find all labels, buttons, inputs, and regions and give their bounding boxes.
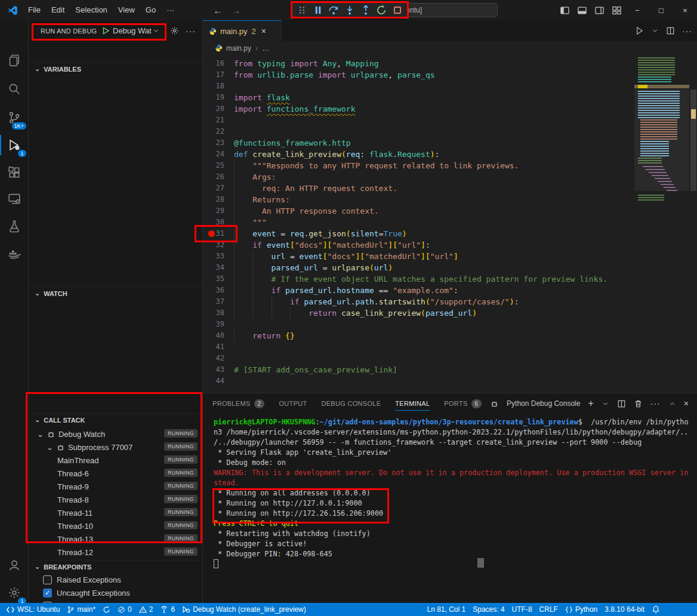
- panel-tab-ports[interactable]: PORTS6: [444, 393, 482, 414]
- debug-stop-icon[interactable]: [392, 5, 403, 16]
- terminal-output[interactable]: pierrick@LAPTOP-HKU5PNNG:~/git/add-ons-s…: [214, 417, 691, 559]
- status-crlf[interactable]: CRLF: [536, 603, 562, 616]
- code-line-38[interactable]: 38 return case_link_preview(parsed_url): [203, 307, 630, 319]
- callstack-row-debug-watch[interactable]: ⌄Debug WatchRUNNING: [29, 427, 202, 441]
- debug-step-over-icon[interactable]: [328, 5, 339, 16]
- status-debug-watch-create-link-preview[interactable]: Debug Watch (create_link_preview): [178, 603, 310, 616]
- tab-close-icon[interactable]: ×: [261, 26, 266, 36]
- debug-pause-icon[interactable]: [313, 5, 323, 16]
- activity-explorer-icon[interactable]: [0, 47, 29, 74]
- layout-bottom-icon[interactable]: [573, 5, 591, 16]
- status-bell[interactable]: [648, 603, 664, 616]
- code-line-20[interactable]: 20import functions_framework: [203, 103, 630, 115]
- code-line-42[interactable]: 42: [203, 353, 630, 364]
- status-6[interactable]: 6: [156, 603, 178, 616]
- panel-tab-terminal[interactable]: TERMINAL: [395, 393, 430, 414]
- maximize-panel-icon[interactable]: [668, 400, 676, 408]
- split-terminal-icon[interactable]: [617, 399, 626, 408]
- run-python-file-icon[interactable]: [635, 26, 644, 35]
- close-panel-icon[interactable]: ×: [684, 399, 689, 408]
- code-line-32[interactable]: 32 if event["docs"]["matchedUrl"]["url"]…: [203, 239, 630, 251]
- editor-more-actions-icon[interactable]: ···: [682, 26, 692, 36]
- activity-remote-explorer-icon[interactable]: [0, 185, 29, 212]
- activity-extensions-icon[interactable]: [0, 159, 29, 186]
- nav-forward-icon[interactable]: →: [227, 5, 245, 16]
- callstack-section-header[interactable]: ⌄CALL STACK: [29, 413, 202, 426]
- terminal-dropdown-chevron-icon[interactable]: [602, 400, 609, 408]
- code-line-30[interactable]: 30 """: [203, 217, 630, 228]
- variables-section-header[interactable]: ⌄VARIABLES: [29, 62, 202, 75]
- panel-tab-problems[interactable]: PROBLEMS2: [212, 393, 264, 414]
- kill-terminal-icon[interactable]: [634, 399, 643, 408]
- code-line-29[interactable]: 29 An HTTP response context.: [203, 205, 630, 217]
- code-line-33[interactable]: 33 url = event["docs"]["matchedUrl"]["ur…: [203, 251, 630, 262]
- code-line-44[interactable]: 44: [203, 375, 630, 387]
- code-line-31[interactable]: 31 event = req.get_json(silent=True): [203, 228, 630, 239]
- code-line-35[interactable]: 35 # If the event object URL matches a s…: [203, 273, 630, 285]
- code-line-28[interactable]: 28 Returns:: [203, 194, 630, 205]
- menu-selection[interactable]: Selection: [70, 3, 112, 17]
- gear-icon[interactable]: [170, 26, 179, 35]
- callstack-row-thread-12[interactable]: Thread-12RUNNING: [29, 546, 202, 559]
- layout-left-icon[interactable]: [556, 5, 573, 16]
- split-editor-icon[interactable]: [666, 26, 675, 35]
- callstack-row-thread-6[interactable]: Thread-6RUNNING: [29, 467, 202, 480]
- activity-testing-icon[interactable]: [0, 212, 29, 240]
- breakpoint-row-uncaught-exceptions[interactable]: ✓Uncaught Exceptions: [29, 586, 202, 599]
- watch-section-header[interactable]: ⌄WATCH: [29, 287, 202, 300]
- breakpoint-row-raised-exceptions[interactable]: Raised Exceptions: [29, 573, 202, 586]
- status-spaces-4[interactable]: Spaces: 4: [469, 603, 508, 616]
- status-0[interactable]: 0: [114, 603, 135, 616]
- activity-account-icon[interactable]: [0, 552, 29, 579]
- breakpoint-checkbox[interactable]: ✓: [43, 589, 52, 597]
- panel-tab-output[interactable]: OUTPUT: [279, 393, 307, 414]
- debug-step-out-icon[interactable]: [360, 5, 371, 16]
- breakpoints-section-header[interactable]: ⌄BREAKPOINTS: [29, 560, 202, 573]
- more-actions-icon[interactable]: ···: [186, 26, 196, 36]
- tab-main-py[interactable]: main.py 2 ×: [203, 20, 282, 41]
- code-line-36[interactable]: 36 if parsed_url.hostname == "example.co…: [203, 285, 630, 296]
- panel-tab-debug-console[interactable]: DEBUG CONSOLE: [321, 393, 381, 414]
- start-debug-button[interactable]: [102, 27, 110, 35]
- twisty-icon[interactable]: ⌄: [37, 430, 44, 439]
- code-line-26[interactable]: 26 Args:: [203, 171, 630, 183]
- code-line-21[interactable]: 21: [203, 115, 630, 126]
- callstack-row-mainthread[interactable]: MainThreadRUNNING: [29, 454, 202, 467]
- status-sync[interactable]: [99, 603, 114, 616]
- code-line-18[interactable]: 18: [203, 81, 630, 92]
- status-python[interactable]: Python: [562, 603, 601, 616]
- status-wsl-ubuntu[interactable]: WSL: Ubuntu: [2, 603, 63, 616]
- debug-grip-icon[interactable]: [297, 5, 307, 16]
- activity-search-icon[interactable]: [0, 75, 29, 103]
- terminal-instance-label[interactable]: Python Debug Console: [507, 399, 580, 408]
- breadcrumb[interactable]: main.py › …: [203, 41, 697, 55]
- code-line-19[interactable]: 19import flask: [203, 92, 630, 103]
- status-main[interactable]: main*: [63, 603, 99, 616]
- status-utf-8[interactable]: UTF-8: [508, 603, 536, 616]
- debug-step-into-icon[interactable]: [344, 5, 355, 16]
- menu-file[interactable]: File: [23, 3, 46, 17]
- menu-[interactable]: ···: [161, 3, 180, 17]
- menu-go[interactable]: Go: [140, 3, 161, 17]
- callstack-row-thread-8[interactable]: Thread-8RUNNING: [29, 493, 202, 506]
- minimize-button[interactable]: −: [625, 6, 649, 15]
- close-button[interactable]: ×: [673, 6, 697, 15]
- code-line-39[interactable]: 39: [203, 319, 630, 330]
- panel-more-actions-icon[interactable]: ···: [650, 399, 661, 408]
- nav-back-icon[interactable]: ←: [208, 5, 227, 16]
- code-line-23[interactable]: 23@functions_framework.http: [203, 137, 630, 149]
- code-line-16[interactable]: 16from typing import Any, Mapping: [203, 58, 630, 69]
- debug-restart-icon[interactable]: [376, 5, 387, 16]
- breakpoint-checkbox[interactable]: [43, 575, 52, 584]
- layout-grid-icon[interactable]: [608, 5, 625, 16]
- callstack-row-thread-10[interactable]: Thread-10RUNNING: [29, 519, 202, 532]
- maximize-button[interactable]: □: [649, 6, 673, 15]
- minimap-slider[interactable]: [634, 90, 689, 191]
- code-line-17[interactable]: 17from urllib.parse import urlparse, par…: [203, 69, 630, 81]
- layout-right-icon[interactable]: [591, 5, 608, 16]
- callstack-row-thread-11[interactable]: Thread-11RUNNING: [29, 506, 202, 519]
- code-editor[interactable]: 16from typing import Any, Mapping17from …: [203, 55, 630, 393]
- callstack-row-subprocess-77007[interactable]: ⌄Subprocess 77007RUNNING: [29, 441, 202, 454]
- run-dropdown-chevron-icon[interactable]: [651, 27, 659, 35]
- status-3-8-10-64-bit[interactable]: 3.8.10 64-bit: [601, 603, 648, 616]
